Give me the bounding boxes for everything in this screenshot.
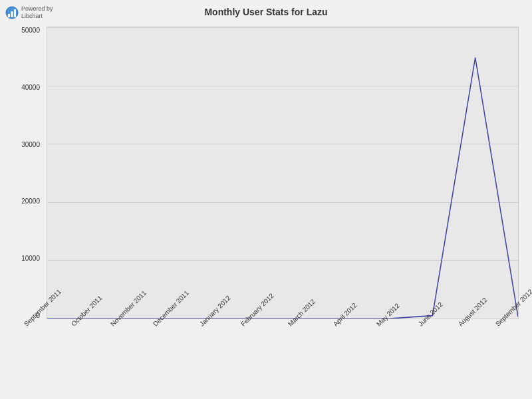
x-axis-labels: September 2011 October 2011 November 201… [47, 319, 519, 392]
y-label-30000: 30000 [21, 141, 40, 148]
x-label-wrapper-sep2012: September 2012 [518, 319, 519, 330]
x-label-wrapper-mar2012: March 2012 [304, 319, 305, 330]
x-label-wrapper-may2012: May 2012 [390, 319, 390, 330]
x-label-wrapper-aug2012: August 2012 [475, 319, 476, 330]
x-label-wrapper-feb2012: February 2012 [261, 319, 261, 330]
svg-rect-1 [8, 14, 10, 17]
y-label-20000: 20000 [21, 198, 40, 205]
chart-line [47, 58, 518, 319]
svg-rect-2 [11, 11, 13, 17]
x-label-wrapper-jan2012: January 2012 [218, 319, 219, 330]
y-label-10000: 10000 [21, 255, 40, 262]
chart-container: Powered by Libchart Monthly User Stats f… [0, 0, 532, 399]
chart-area [47, 27, 519, 319]
x-label-wrapper-oct2011: October 2011 [89, 319, 90, 330]
x-label-wrapper-apr2012: April 2012 [346, 319, 347, 330]
logo-text: Powered by Libchart [21, 5, 53, 20]
y-label-40000: 40000 [21, 84, 40, 91]
x-label-wrapper-nov2011: November 2011 [132, 319, 133, 330]
y-axis-labels: 50000 40000 30000 20000 10000 0 [0, 27, 43, 319]
x-label-wrapper-dec2011: December 2011 [175, 319, 176, 330]
y-label-50000: 50000 [21, 27, 40, 34]
line-chart-svg [47, 27, 518, 319]
chart-title: Monthly User Stats for Lazu [0, 0, 532, 21]
svg-rect-3 [14, 9, 16, 17]
libchart-logo-icon [5, 6, 19, 19]
x-label-wrapper-sep2011: September 2011 [47, 319, 47, 330]
x-label-wrapper-jun2012: June 2012 [432, 319, 433, 330]
libchart-logo: Powered by Libchart [5, 5, 53, 20]
